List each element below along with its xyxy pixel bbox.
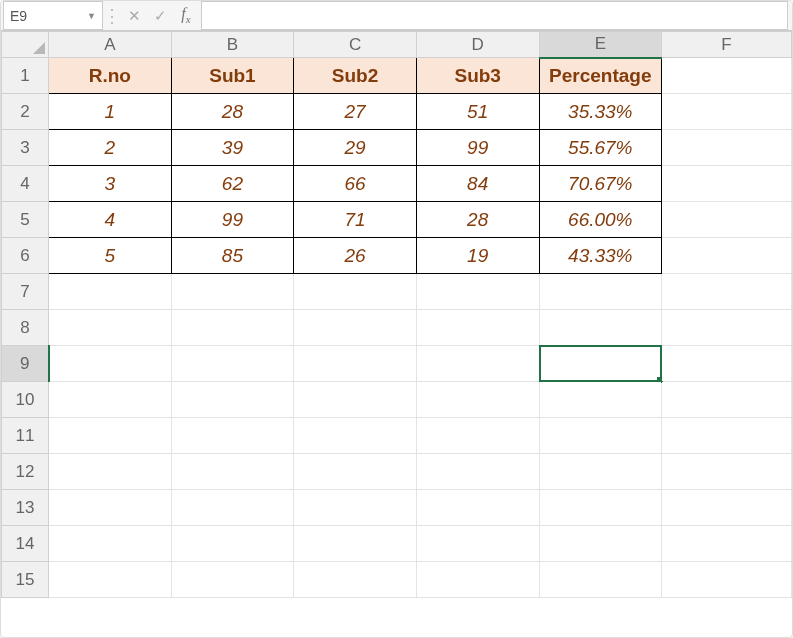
cell-E11[interactable] <box>539 418 662 454</box>
cell-B10[interactable] <box>171 382 294 418</box>
col-header-A[interactable]: A <box>49 32 172 58</box>
cell-C1[interactable]: Sub2 <box>294 58 417 94</box>
cell-A9[interactable] <box>49 346 172 382</box>
row-header-2[interactable]: 2 <box>2 94 49 130</box>
cell-B7[interactable] <box>171 274 294 310</box>
cell-C14[interactable] <box>294 526 417 562</box>
cell-A15[interactable] <box>49 562 172 598</box>
cell-F14[interactable] <box>662 526 792 562</box>
cell-D10[interactable] <box>416 382 539 418</box>
cell-E2[interactable]: 35.33% <box>539 94 662 130</box>
cell-A8[interactable] <box>49 310 172 346</box>
cell-C5[interactable]: 71 <box>294 202 417 238</box>
row-header-11[interactable]: 11 <box>2 418 49 454</box>
row-header-1[interactable]: 1 <box>2 58 49 94</box>
cell-A1[interactable]: R.no <box>49 58 172 94</box>
cell-B6[interactable]: 85 <box>171 238 294 274</box>
cell-E14[interactable] <box>539 526 662 562</box>
cell-F7[interactable] <box>662 274 792 310</box>
row-header-9[interactable]: 9 <box>2 346 49 382</box>
cell-C7[interactable] <box>294 274 417 310</box>
cell-B12[interactable] <box>171 454 294 490</box>
cell-F10[interactable] <box>662 382 792 418</box>
cell-E10[interactable] <box>539 382 662 418</box>
cell-A10[interactable] <box>49 382 172 418</box>
cell-A3[interactable]: 2 <box>49 130 172 166</box>
cell-B14[interactable] <box>171 526 294 562</box>
row-header-12[interactable]: 12 <box>2 454 49 490</box>
cell-A4[interactable]: 3 <box>49 166 172 202</box>
row-header-10[interactable]: 10 <box>2 382 49 418</box>
cell-C13[interactable] <box>294 490 417 526</box>
cell-D9[interactable] <box>416 346 539 382</box>
cell-D8[interactable] <box>416 310 539 346</box>
cell-D4[interactable]: 84 <box>416 166 539 202</box>
cell-B8[interactable] <box>171 310 294 346</box>
cell-D2[interactable]: 51 <box>416 94 539 130</box>
row-header-7[interactable]: 7 <box>2 274 49 310</box>
cell-C15[interactable] <box>294 562 417 598</box>
cell-F9[interactable] <box>662 346 792 382</box>
cell-B15[interactable] <box>171 562 294 598</box>
row-header-5[interactable]: 5 <box>2 202 49 238</box>
cell-C3[interactable]: 29 <box>294 130 417 166</box>
col-header-B[interactable]: B <box>171 32 294 58</box>
cell-D13[interactable] <box>416 490 539 526</box>
cell-A6[interactable]: 5 <box>49 238 172 274</box>
name-box[interactable]: E9 ▼ <box>3 1 103 30</box>
cell-F3[interactable] <box>662 130 792 166</box>
select-all-corner[interactable] <box>2 32 49 58</box>
cell-E1[interactable]: Percentage <box>539 58 662 94</box>
cell-B4[interactable]: 62 <box>171 166 294 202</box>
cell-B3[interactable]: 39 <box>171 130 294 166</box>
cell-D7[interactable] <box>416 274 539 310</box>
cell-F11[interactable] <box>662 418 792 454</box>
row-header-14[interactable]: 14 <box>2 526 49 562</box>
cell-A12[interactable] <box>49 454 172 490</box>
cell-C11[interactable] <box>294 418 417 454</box>
cell-E15[interactable] <box>539 562 662 598</box>
cell-F13[interactable] <box>662 490 792 526</box>
cell-C4[interactable]: 66 <box>294 166 417 202</box>
cell-C9[interactable] <box>294 346 417 382</box>
cell-E9[interactable] <box>539 346 662 382</box>
cell-D6[interactable]: 19 <box>416 238 539 274</box>
cell-E13[interactable] <box>539 490 662 526</box>
cell-A14[interactable] <box>49 526 172 562</box>
row-header-8[interactable]: 8 <box>2 310 49 346</box>
cell-D11[interactable] <box>416 418 539 454</box>
cell-F2[interactable] <box>662 94 792 130</box>
cell-B9[interactable] <box>171 346 294 382</box>
cell-D5[interactable]: 28 <box>416 202 539 238</box>
cell-F5[interactable] <box>662 202 792 238</box>
cell-E12[interactable] <box>539 454 662 490</box>
enter-formula-icon[interactable]: ✓ <box>147 7 173 25</box>
cell-A2[interactable]: 1 <box>49 94 172 130</box>
col-header-F[interactable]: F <box>662 32 792 58</box>
cell-F4[interactable] <box>662 166 792 202</box>
cell-E3[interactable]: 55.67% <box>539 130 662 166</box>
cell-B5[interactable]: 99 <box>171 202 294 238</box>
cell-E8[interactable] <box>539 310 662 346</box>
cell-A7[interactable] <box>49 274 172 310</box>
cell-D14[interactable] <box>416 526 539 562</box>
cell-B11[interactable] <box>171 418 294 454</box>
col-header-C[interactable]: C <box>294 32 417 58</box>
spreadsheet-grid[interactable]: A B C D E F 1 R.no Sub1 Sub2 Sub3 Percen… <box>1 31 792 637</box>
cell-C8[interactable] <box>294 310 417 346</box>
cell-A5[interactable]: 4 <box>49 202 172 238</box>
cell-E5[interactable]: 66.00% <box>539 202 662 238</box>
cell-D3[interactable]: 99 <box>416 130 539 166</box>
cell-D12[interactable] <box>416 454 539 490</box>
cell-A13[interactable] <box>49 490 172 526</box>
cell-E7[interactable] <box>539 274 662 310</box>
row-header-3[interactable]: 3 <box>2 130 49 166</box>
cell-F6[interactable] <box>662 238 792 274</box>
formula-input[interactable] <box>201 1 788 30</box>
cell-C6[interactable]: 26 <box>294 238 417 274</box>
cell-F1[interactable] <box>662 58 792 94</box>
cell-E4[interactable]: 70.67% <box>539 166 662 202</box>
cancel-formula-icon[interactable]: ✕ <box>121 7 147 25</box>
cell-D1[interactable]: Sub3 <box>416 58 539 94</box>
row-header-15[interactable]: 15 <box>2 562 49 598</box>
